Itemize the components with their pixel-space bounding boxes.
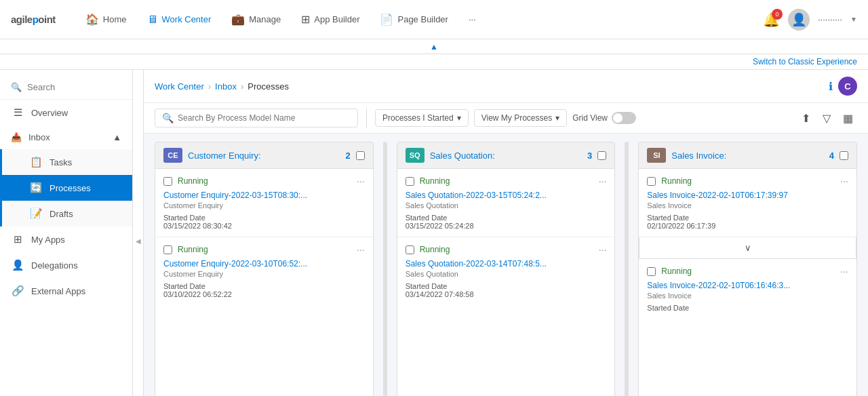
column-scroll-customer-enquiry: Running···Customer Enquiry-2022-03-15T08…	[155, 169, 374, 396]
col-count-sales-invoice: 4	[829, 151, 834, 161]
appbuilder-icon: ⊞	[301, 13, 310, 26]
sidebar-item-drafts[interactable]: 📝 Drafts	[2, 201, 132, 226]
column-scroll-sales-quotation: Running···Sales Quotation-2022-03-15T05:…	[397, 169, 616, 396]
nav-appbuilder-label: App Builder	[314, 14, 359, 24]
nav-manage-label: Manage	[249, 14, 281, 24]
column-expand-button[interactable]: ∨	[639, 237, 856, 259]
card-checkbox[interactable]	[406, 245, 414, 254]
search-box-icon: 🔍	[162, 113, 174, 123]
process-column-sales-quotation: SQSales Quotation:3Running···Sales Quota…	[397, 142, 616, 396]
sidebar-item-externalapps[interactable]: 🔗 External Apps	[0, 278, 132, 304]
card-date-value: 02/10/2022 06:17:39	[647, 222, 848, 230]
grid-view-toggle-wrap: Grid View	[572, 112, 636, 124]
search-input[interactable]	[178, 113, 351, 123]
card-checkbox[interactable]	[406, 177, 414, 186]
view-chevron-icon: ▾	[555, 113, 559, 123]
nav-home[interactable]: 🏠 Home	[77, 9, 135, 30]
sidebar-item-delegations[interactable]: 👤 Delegations	[0, 252, 132, 278]
card-process-link[interactable]: Sales Invoice-2022-02-10T06:16:46:3...	[647, 281, 848, 290]
export-button[interactable]: ⬆	[797, 109, 814, 127]
col-select-all-sales-quotation[interactable]	[597, 151, 606, 160]
card-header: Running···	[163, 176, 365, 186]
card-checkbox[interactable]	[163, 177, 172, 186]
process-grid: CECustomer Enquiry:2Running···Customer E…	[144, 134, 868, 396]
col-badge-sales-quotation: SQ	[406, 148, 425, 163]
card-process-link[interactable]: Sales Quotation-2022-03-14T07:48:5...	[406, 259, 607, 269]
collapse-bar[interactable]: ▲	[0, 39, 868, 54]
card-date-label: Started Date	[163, 282, 365, 290]
card-date-value: 03/15/2022 05:24:28	[406, 222, 607, 230]
info-icon[interactable]: ℹ	[829, 80, 833, 93]
logo[interactable]: agilepoint	[11, 14, 56, 25]
nav-more[interactable]: ···	[460, 10, 484, 28]
card-date-value: 03/10/2022 06:52:22	[163, 290, 365, 298]
card-menu-button[interactable]: ···	[357, 176, 365, 186]
card-header: Running···	[163, 244, 365, 255]
processes-icon: 🔄	[29, 182, 43, 194]
processes-started-dropdown[interactable]: Processes I Started ▾	[375, 109, 469, 127]
sidebar-collapse-handle[interactable]: ◀	[133, 70, 144, 396]
nav-right: 🔔 0 👤 ·········· ▼	[763, 9, 857, 31]
card-menu-button[interactable]: ···	[357, 244, 365, 255]
nav-pagebuilder[interactable]: 📄 Page Builder	[372, 9, 456, 30]
card-menu-button[interactable]: ···	[599, 244, 607, 255]
card-checkbox[interactable]	[647, 267, 656, 276]
user-name: ··········	[818, 14, 842, 24]
col-title-sales-invoice: Sales Invoice:	[671, 151, 823, 161]
status-badge: Running	[420, 176, 450, 186]
breadcrumb-inbox[interactable]: Inbox	[215, 81, 237, 92]
card-type-label: Sales Quotation	[406, 201, 607, 210]
filter-button[interactable]: ▽	[818, 109, 835, 127]
search-box[interactable]: 🔍	[155, 108, 358, 127]
process-card: Running···Sales Quotation-2022-03-14T07:…	[397, 237, 615, 305]
breadcrumb-workcenter[interactable]: Work Center	[155, 81, 204, 92]
user-circle-avatar[interactable]: C	[838, 77, 857, 96]
card-menu-button[interactable]: ···	[840, 176, 848, 186]
nav-more-label: ···	[469, 14, 476, 24]
inbox-icon: 📥	[11, 132, 22, 142]
card-date-label: Started Date	[647, 304, 848, 312]
nav-items: 🏠 Home 🖥 Work Center 💼 Manage ⊞ App Buil…	[77, 9, 763, 30]
sidebar-overview-label: Overview	[31, 108, 68, 118]
nav-manage[interactable]: 💼 Manage	[223, 9, 289, 30]
sidebar-item-inbox[interactable]: 📥 Inbox ▲	[0, 125, 132, 149]
process-card: Running···Sales Quotation-2022-03-15T05:…	[397, 169, 615, 237]
card-checkbox[interactable]	[163, 245, 172, 254]
sidebar-search[interactable]: 🔍 Search	[0, 75, 132, 100]
columns-icon: ▦	[843, 113, 853, 124]
card-process-link[interactable]: Customer Enquiry-2022-03-10T06:52:...	[163, 259, 365, 269]
sidebar-item-overview[interactable]: ☰ Overview	[0, 100, 132, 125]
col-select-all-sales-invoice[interactable]	[840, 151, 848, 160]
sidebar-delegations-label: Delegations	[31, 260, 78, 271]
card-menu-button[interactable]: ···	[599, 176, 607, 186]
pagebuilder-icon: 📄	[380, 13, 393, 26]
columns-button[interactable]: ▦	[839, 109, 857, 127]
sidebar-item-tasks[interactable]: 📋 Tasks	[2, 149, 132, 175]
workcenter-icon: 🖥	[147, 14, 158, 26]
notification-button[interactable]: 🔔 0	[763, 12, 780, 28]
card-checkbox[interactable]	[647, 177, 656, 186]
grid-view-toggle[interactable]	[612, 112, 636, 124]
user-chevron-icon[interactable]: ▼	[850, 16, 857, 23]
col-select-all-customer-enquiry[interactable]	[356, 151, 365, 160]
top-nav: agilepoint 🏠 Home 🖥 Work Center 💼 Manage…	[0, 0, 868, 39]
switch-classic-link[interactable]: Switch to Classic Experience	[0, 54, 868, 70]
filter-icon: ▽	[823, 113, 831, 124]
sidebar-item-processes[interactable]: 🔄 Processes	[2, 175, 132, 201]
toolbar: 🔍 Processes I Started ▾ View My Processe…	[144, 103, 868, 134]
status-badge: Running	[178, 245, 208, 254]
card-date-label: Started Date	[163, 214, 365, 222]
inbox-row-left: 📥 Inbox	[11, 132, 50, 142]
column-header-sales-invoice: SISales Invoice:4	[638, 142, 857, 169]
card-process-link[interactable]: Sales Quotation-2022-03-15T05:24:2...	[406, 191, 607, 200]
notification-badge: 0	[772, 9, 783, 20]
card-process-link[interactable]: Customer Enquiry-2022-03-15T08:30:...	[163, 191, 365, 200]
sidebar-item-myapps[interactable]: ⊞ My Apps	[0, 226, 132, 252]
nav-workcenter[interactable]: 🖥 Work Center	[139, 9, 220, 30]
view-my-processes-dropdown[interactable]: View My Processes ▾	[474, 109, 567, 127]
card-process-link[interactable]: Sales Invoice-2022-02-10T06:17:39:97	[647, 191, 848, 200]
breadcrumb-current: Processes	[248, 81, 289, 92]
sidebar-inbox-label: Inbox	[28, 132, 50, 142]
card-menu-button[interactable]: ···	[840, 266, 848, 277]
nav-appbuilder[interactable]: ⊞ App Builder	[293, 9, 368, 30]
